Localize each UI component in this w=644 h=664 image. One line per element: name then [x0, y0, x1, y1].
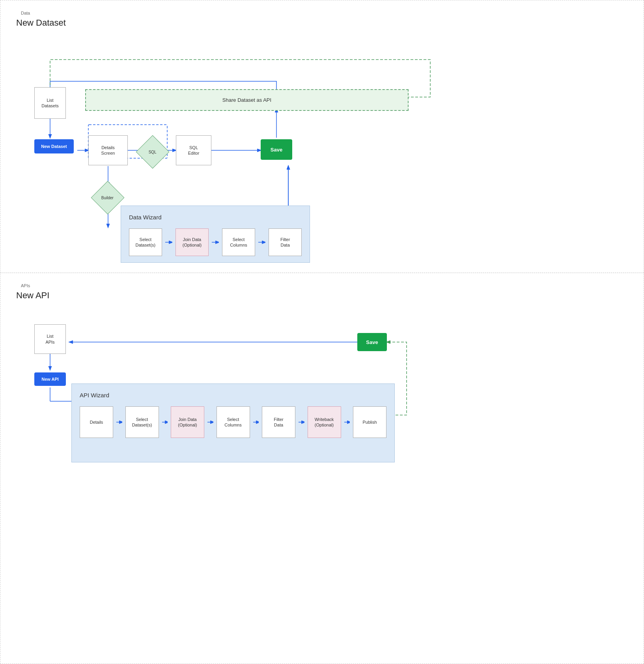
- apis-label: APIs: [16, 281, 628, 290]
- api-details-box: Details: [80, 406, 113, 438]
- apis-section: APIs New API List APIs: [0, 273, 644, 522]
- apis-title: New API: [16, 290, 628, 301]
- select-datasets-box: Select Dataset(s): [129, 228, 162, 256]
- filter-data-box: Filter Data: [269, 228, 302, 256]
- data-diagram: List Datasets New Dataset Details Screen…: [16, 36, 450, 257]
- sql-editor-box: SQL Editor: [176, 135, 211, 165]
- api-arrow1: [116, 419, 122, 426]
- select-columns-box: Select Columns: [222, 228, 255, 256]
- wizard-arrow1: [165, 238, 172, 246]
- api-arrow6: [344, 419, 350, 426]
- builder-diamond: Builder: [95, 185, 120, 210]
- api-arrow2: [162, 419, 168, 426]
- api-select-datasets-box: Select Dataset(s): [125, 406, 159, 438]
- api-arrow3: [207, 419, 213, 426]
- page: Data New Dataset: [0, 0, 644, 664]
- api-diagram: List APIs New API Save API Wizard Detail…: [16, 309, 450, 506]
- details-screen-box: Details Screen: [88, 135, 128, 165]
- api-wizard-title: API Wizard: [80, 392, 386, 398]
- data-section: Data New Dataset: [0, 0, 644, 273]
- data-wizard-title: Data Wizard: [129, 214, 302, 221]
- wizard-arrow3: [258, 238, 265, 246]
- api-wizard-box: API Wizard Details Select Dataset(s) Joi…: [71, 383, 395, 462]
- sql-diamond: SQL: [140, 139, 165, 165]
- api-arrow5: [299, 419, 304, 426]
- api-writeback-box: Writeback (Optional): [308, 406, 341, 438]
- new-dataset-button[interactable]: New Dataset: [34, 139, 74, 153]
- api-save-button[interactable]: Save: [357, 333, 387, 351]
- data-label: Data: [16, 8, 628, 18]
- data-title: New Dataset: [16, 18, 628, 28]
- data-save-button[interactable]: Save: [261, 139, 292, 160]
- api-join-data-box: Join Data (Optional): [171, 406, 204, 438]
- list-datasets-box: List Datasets: [34, 87, 66, 119]
- join-data-box: Join Data (Optional): [175, 228, 209, 256]
- api-select-columns-box: Select Columns: [217, 406, 250, 438]
- new-api-button[interactable]: New API: [34, 372, 66, 386]
- api-publish-box: Publish: [353, 406, 386, 438]
- share-api-box: Share Dataset as API: [85, 89, 409, 111]
- wizard-arrow2: [212, 238, 219, 246]
- api-filter-data-box: Filter Data: [262, 406, 295, 438]
- list-apis-box: List APIs: [34, 324, 66, 354]
- api-arrow4: [253, 419, 259, 426]
- data-wizard-box: Data Wizard Select Dataset(s) Join Data …: [121, 206, 310, 263]
